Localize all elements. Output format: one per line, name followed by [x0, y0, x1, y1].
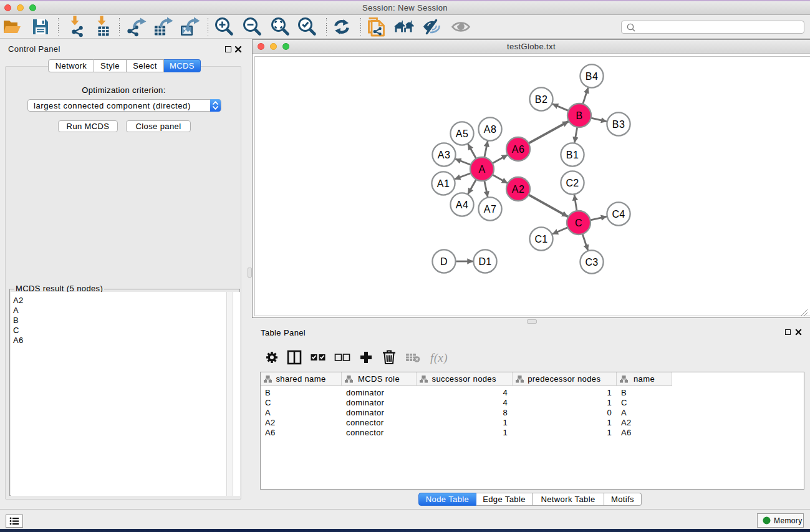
svg-text:C1: C1: [534, 234, 547, 244]
svg-text:A5: A5: [456, 128, 468, 139]
svg-text:B3: B3: [612, 119, 625, 130]
svg-text:D: D: [440, 256, 448, 267]
svg-text:D1: D1: [478, 256, 491, 267]
svg-text:B2: B2: [535, 94, 547, 105]
svg-text:f(x): f(x): [430, 351, 448, 365]
svg-text:B1: B1: [566, 150, 579, 160]
svg-text:C: C: [575, 218, 582, 228]
svg-text:B: B: [576, 110, 582, 121]
svg-text:C4: C4: [612, 209, 625, 220]
svg-text:A: A: [478, 164, 485, 175]
svg-text:A8: A8: [484, 124, 496, 135]
svg-text:C3: C3: [585, 257, 598, 268]
svg-text:C2: C2: [566, 178, 579, 188]
svg-text:B4: B4: [586, 71, 598, 82]
svg-text:A1: A1: [437, 178, 450, 189]
svg-text:A2: A2: [512, 184, 524, 195]
svg-text:A7: A7: [484, 204, 496, 215]
svg-text:A4: A4: [456, 200, 468, 210]
svg-text:A6: A6: [512, 144, 524, 155]
svg-text:A3: A3: [438, 150, 450, 160]
